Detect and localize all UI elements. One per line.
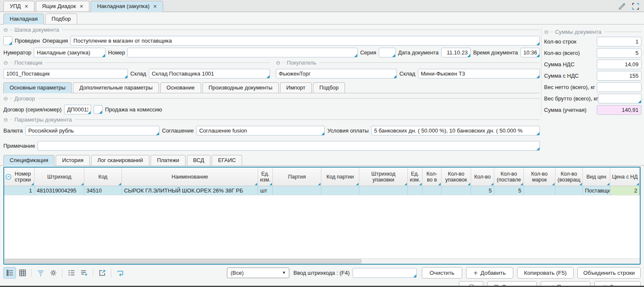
cell-qty-returned[interactable] — [555, 186, 583, 195]
agreement-input[interactable] — [196, 126, 325, 135]
tab-nakladnaya[interactable]: Накладная — [3, 14, 44, 24]
cell-pack-barcode[interactable] — [359, 186, 408, 195]
export-external-link-icon[interactable] — [96, 267, 108, 279]
column-header-qty-returned[interactable]: Кол-во (возвращ — [555, 168, 583, 186]
collapse-icon[interactable]: ⊖ — [3, 95, 8, 102]
cell-pack-qty[interactable] — [442, 186, 471, 195]
total-lines-value[interactable] — [597, 37, 641, 46]
payment-terms-input[interactable] — [371, 126, 540, 135]
cell-batch-code[interactable] — [321, 186, 359, 195]
net-weight-value[interactable] — [597, 82, 641, 92]
contract-input[interactable] — [64, 105, 91, 114]
column-header-pack-unit[interactable]: Ед. изм. — [408, 168, 423, 186]
settings-gear-icon[interactable] — [47, 267, 59, 279]
column-header-barcode[interactable]: Штрихкод — [35, 168, 84, 186]
filter-select[interactable]: (Все) ▼ — [227, 268, 289, 278]
scrollbar-thumb[interactable] — [5, 259, 361, 263]
total-with-vat-value[interactable] — [597, 71, 641, 81]
column-header-pack-barcode[interactable]: Штрихкод упаковки — [359, 168, 408, 186]
column-header-unit[interactable]: Ед. изм. — [258, 168, 273, 186]
cell-price-with-vat[interactable]: 2 — [610, 186, 640, 195]
currency-input[interactable] — [25, 126, 159, 135]
barcode-input[interactable] — [353, 268, 417, 278]
tab-egais[interactable]: ЕГАИС — [212, 155, 242, 166]
column-header-code[interactable]: Код — [84, 168, 122, 186]
collapse-icon[interactable]: ⊖ — [276, 60, 280, 66]
column-header-marks-qty[interactable]: Кол-во марок — [524, 168, 555, 186]
total-qty-value[interactable] — [597, 48, 641, 58]
buyer-input[interactable] — [276, 69, 397, 79]
collapse-icon[interactable]: ⊖ — [544, 29, 549, 35]
grid-view-icon[interactable] — [16, 267, 29, 279]
sort-order-icon[interactable] — [5, 174, 11, 180]
operation-input[interactable] — [70, 36, 540, 46]
supplier-input[interactable] — [3, 69, 128, 79]
cell-price-type[interactable]: Поставщика — [583, 186, 610, 195]
doc-date-input[interactable] — [441, 48, 471, 57]
accounting-sum-value[interactable] — [597, 105, 641, 115]
cell-barcode[interactable]: 4810319004295 — [35, 186, 84, 195]
clear-button[interactable]: Очистить — [422, 267, 462, 279]
merge-rows-button[interactable]: Объединить строки — [577, 267, 641, 279]
cell-name[interactable]: СЫРОК ГЛ.ЭЛИТНЫЙ ШОК.ОРЕХ 26% 38Г РБ — [122, 186, 258, 195]
cell-batch[interactable] — [273, 186, 321, 195]
add-list-row-icon[interactable] — [78, 267, 90, 279]
tab-main-params[interactable]: Основные параметры — [3, 82, 72, 93]
add-row-button[interactable]: + Добавить — [466, 267, 513, 279]
cell-qty-delivered[interactable]: 5 — [494, 186, 524, 195]
column-header-qty[interactable]: Кол-во — [471, 168, 494, 186]
cell-qty[interactable]: 5 — [471, 186, 494, 195]
close-icon[interactable]: × — [24, 3, 28, 9]
tab-specification[interactable]: Спецификация — [3, 155, 54, 166]
gross-weight-value[interactable] — [598, 94, 641, 103]
list-view-icon[interactable] — [3, 267, 16, 279]
filter-icon[interactable] — [34, 267, 47, 279]
tab-additional-params[interactable]: Дополнительные параметры — [73, 82, 159, 93]
column-header-pack-qty[interactable]: Кол-во упаковок — [442, 168, 471, 186]
tab-basis[interactable]: Основание — [160, 82, 201, 93]
column-header-line-number[interactable]: Номер строки — [4, 168, 35, 186]
collapse-icon[interactable]: ⊖ — [3, 60, 8, 66]
column-header-batch-code[interactable]: Код партии — [321, 168, 359, 186]
table-row[interactable]: 1 4810319004295 34510 СЫРОК ГЛ.ЭЛИТНЫЙ Ш… — [4, 186, 640, 195]
cell-line-number[interactable]: 1 — [4, 186, 35, 195]
window-tab-nakladnaya-zakupka[interactable]: Накладная (закупка) × — [91, 1, 163, 12]
numerator-input[interactable] — [34, 48, 105, 57]
number-input[interactable] — [127, 48, 358, 57]
tab-history[interactable]: История — [56, 155, 89, 166]
window-tab-diadok[interactable]: Ящик Диадок × — [36, 1, 90, 12]
column-header-qty-delivered[interactable]: Кол-во (поставле — [494, 168, 524, 186]
tab-import[interactable]: Импорт — [280, 82, 312, 93]
buyer-warehouse-input[interactable] — [418, 69, 540, 79]
window-tab-upd[interactable]: УПД × — [3, 1, 35, 12]
cell-pack-unit[interactable] — [408, 186, 423, 195]
column-header-batch[interactable]: Партия — [273, 168, 321, 186]
copy-row-button[interactable]: Копировать (F5) — [517, 267, 574, 279]
tab-vsd[interactable]: ВСД — [187, 155, 210, 166]
tab-podbor[interactable]: Подбор — [45, 14, 77, 24]
collapse-icon[interactable]: ⊖ — [3, 27, 8, 33]
edit-pencil-icon[interactable] — [618, 2, 626, 11]
cell-marks-qty[interactable] — [524, 186, 555, 195]
supplier-warehouse-input[interactable] — [149, 69, 270, 79]
total-vat-value[interactable] — [597, 60, 641, 69]
tab-payments[interactable]: Платежи — [151, 155, 186, 166]
tab-podbor-params[interactable]: Подбор — [313, 82, 345, 93]
commission-checkbox[interactable] — [94, 105, 102, 114]
column-header-name[interactable]: Наименование — [122, 168, 258, 186]
collapse-icon[interactable]: ⊖ — [3, 116, 8, 123]
column-header-qty-in[interactable]: Кол-во в — [423, 168, 442, 186]
posted-checkbox[interactable] — [3, 36, 12, 45]
cell-qty-in[interactable] — [423, 186, 442, 195]
repeat-reload-icon[interactable] — [114, 267, 127, 279]
tab-derived-docs[interactable]: Производные документы — [202, 82, 279, 93]
numbered-list-icon[interactable] — [65, 267, 78, 279]
column-header-price-with-vat[interactable]: Цена с НД — [610, 168, 640, 186]
close-icon[interactable]: × — [80, 3, 83, 9]
close-icon[interactable]: × — [154, 3, 157, 9]
series-input[interactable] — [379, 48, 396, 57]
tab-scan-log[interactable]: Лог сканирований — [91, 155, 149, 166]
column-header-price-type[interactable]: Вид цен — [583, 168, 610, 186]
cell-unit[interactable]: шт — [258, 186, 273, 195]
fullscreen-icon[interactable] — [631, 2, 640, 11]
